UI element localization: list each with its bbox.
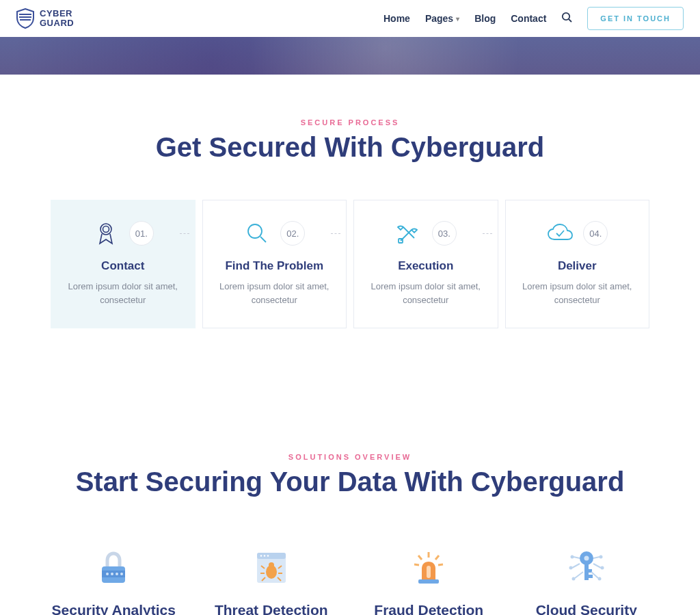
svg-line-31 (414, 564, 419, 565)
step-number: 02. (280, 221, 305, 246)
svg-point-19 (269, 562, 274, 568)
step-number: 01. (129, 221, 154, 246)
solution-fraud-detection[interactable]: Fraud Detection Tools (355, 547, 503, 615)
nav-contact[interactable]: Contact (511, 13, 546, 24)
svg-rect-27 (418, 579, 439, 584)
process-eyebrow: SECURE PROCESS (0, 118, 700, 127)
svg-point-40 (569, 566, 572, 570)
process-step-deliver[interactable]: 04. Deliver Lorem ipsum dolor sit amet, … (505, 200, 650, 328)
brand-line1: CYBER (40, 9, 74, 18)
process-step-contact[interactable]: 01. Contact Lorem ipsum dolor sit amet, … (51, 200, 196, 328)
siren-icon (355, 547, 503, 589)
svg-point-12 (120, 573, 123, 575)
svg-point-3 (103, 226, 109, 233)
search-icon[interactable] (561, 12, 572, 25)
svg-point-38 (570, 555, 574, 559)
lock-icon (40, 547, 188, 589)
svg-rect-36 (589, 575, 593, 578)
solutions-title: Start Securing Your Data With Cyberguard (0, 467, 700, 497)
step-number: 03. (432, 221, 457, 246)
magnifier-icon (243, 220, 271, 247)
solutions-section: SOLUTIONS OVERVIEW Start Securing Your D… (0, 328, 700, 615)
svg-line-29 (418, 555, 422, 560)
svg-line-43 (575, 572, 583, 578)
nav-home[interactable]: Home (383, 13, 410, 24)
svg-point-9 (106, 573, 109, 575)
step-desc: Lorem ipsum dolor sit amet, consectetur (65, 280, 181, 307)
primary-nav: Home Pages ▾ Blog Contact GET IN TOUCH (383, 7, 684, 30)
svg-point-15 (260, 555, 262, 557)
chevron-down-icon: ▾ (456, 15, 459, 23)
shield-icon (16, 8, 34, 29)
svg-line-45 (593, 557, 600, 558)
process-section: SECURE PROCESS Get Secured With Cybergua… (0, 75, 700, 328)
svg-line-39 (574, 557, 580, 558)
tools-icon (395, 220, 422, 247)
svg-line-32 (438, 564, 443, 565)
solution-title: Security Analytics Data (40, 601, 188, 615)
step-title: Execution (368, 259, 484, 273)
solution-security-analytics[interactable]: Security Analytics Data (40, 547, 188, 615)
step-title: Find The Problem (217, 259, 333, 273)
cloud-check-icon (546, 220, 574, 247)
step-number: 04. (583, 221, 608, 246)
solutions-grid: Security Analytics Data T (0, 497, 700, 615)
process-heading: SECURE PROCESS Get Secured With Cybergua… (0, 75, 700, 163)
step-desc: Lorem ipsum dolor sit amet, consectetur (217, 280, 333, 307)
svg-point-44 (599, 555, 602, 559)
svg-point-34 (584, 556, 589, 561)
ribbon-icon (92, 220, 120, 247)
svg-point-11 (116, 573, 118, 575)
step-desc: Lorem ipsum dolor sit amet, consectetur (368, 280, 484, 307)
bug-window-icon (198, 547, 346, 589)
key-network-icon (513, 547, 661, 589)
svg-line-47 (593, 564, 601, 568)
svg-point-10 (111, 573, 113, 575)
svg-rect-26 (427, 566, 431, 578)
solutions-eyebrow: SOLUTIONS OVERVIEW (0, 453, 700, 461)
process-step-find-problem[interactable]: 02. Find The Problem Lorem ipsum dolor s… (202, 200, 347, 328)
solution-title: Threat Detection Tools (198, 601, 346, 615)
process-title: Get Secured With Cyberguard (0, 132, 700, 163)
brand-logo[interactable]: CYBER GUARD (16, 8, 74, 29)
svg-point-2 (100, 224, 111, 235)
svg-line-41 (572, 564, 580, 568)
solution-title: Cloud Security Monitoring (513, 601, 661, 615)
nav-pages[interactable]: Pages ▾ (425, 13, 459, 24)
svg-line-30 (435, 555, 439, 560)
svg-point-4 (248, 224, 262, 238)
svg-point-16 (263, 555, 265, 557)
step-title: Deliver (520, 259, 636, 273)
svg-point-17 (267, 555, 269, 557)
svg-line-1 (569, 19, 571, 22)
site-header: CYBER GUARD Home Pages ▾ Blog Contact GE… (0, 0, 700, 37)
solution-title: Fraud Detection Tools (355, 601, 503, 615)
step-desc: Lorem ipsum dolor sit amet, consectetur (520, 280, 636, 307)
svg-rect-35 (584, 564, 589, 580)
svg-line-5 (260, 237, 266, 242)
brand-text: CYBER GUARD (40, 9, 74, 27)
svg-point-46 (600, 566, 604, 570)
step-title: Contact (65, 259, 181, 273)
nav-blog[interactable]: Blog (474, 13, 496, 24)
process-steps: 01. Contact Lorem ipsum dolor sit amet, … (0, 163, 700, 328)
hero-banner (0, 37, 700, 75)
solution-threat-detection[interactable]: Threat Detection Tools (198, 547, 346, 615)
process-step-execution[interactable]: 03. Execution Lorem ipsum dolor sit amet… (353, 200, 498, 328)
brand-line2: GUARD (40, 18, 74, 28)
solutions-heading: SOLUTIONS OVERVIEW Start Securing Your D… (0, 409, 700, 497)
solution-cloud-security[interactable]: Cloud Security Monitoring (513, 547, 661, 615)
nav-pages-label: Pages (425, 13, 453, 24)
get-in-touch-button[interactable]: GET IN TOUCH (587, 7, 684, 30)
svg-point-0 (563, 13, 569, 20)
